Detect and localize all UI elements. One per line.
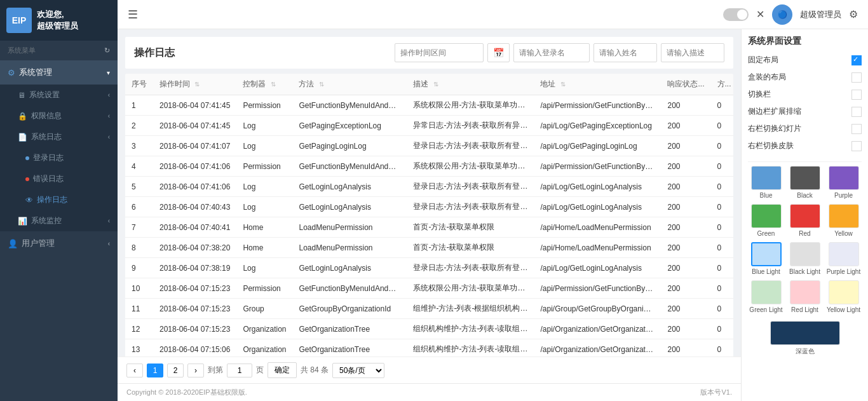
person-name-input[interactable]	[593, 43, 657, 62]
cell-desc: 首页-方法-获取菜单权限	[407, 217, 534, 238]
col-controller[interactable]: 控制器 ⇅	[236, 74, 292, 95]
setting-checkbox[interactable]	[851, 90, 862, 100]
cell-method: GetLoginLogAnalysis	[292, 177, 407, 197]
swatch-box	[790, 280, 820, 304]
cell-id: 6	[125, 197, 153, 217]
cell-controller: Organization	[236, 319, 292, 339]
cell-method: GetFunctionByMenuIdAndUserId	[292, 156, 407, 177]
submenu-label: 系统日志	[31, 132, 62, 142]
cell-id: 2	[125, 116, 153, 136]
col-method[interactable]: 方法 ⇅	[292, 74, 407, 95]
prev-page-button[interactable]: ‹	[126, 364, 143, 377]
sidebar-item-system-monitor[interactable]: 📊 系统监控 ‹	[0, 210, 118, 231]
setting-checkbox[interactable]	[851, 55, 862, 65]
sidebar-item-operation-log[interactable]: 👁 操作日志	[0, 189, 118, 210]
setting-label: 盒装的布局	[748, 72, 786, 83]
setting-checkbox[interactable]	[851, 141, 862, 151]
theme-green-light[interactable]: Green Light	[748, 280, 784, 313]
cell-method: GetFunctionByMenuIdAndUserId	[292, 278, 407, 299]
chevron-right-icon: ‹	[108, 240, 110, 247]
swatch-label: Blue Light	[752, 268, 780, 275]
sidebar-user-info: 欢迎您, 超级管理员	[37, 9, 78, 32]
theme-yellow[interactable]: Yellow	[825, 204, 862, 237]
theme-yellow-light[interactable]: Yellow Light	[825, 280, 862, 313]
sidebar-item-system-settings[interactable]: 🖥 系统设置 ‹	[0, 85, 118, 105]
cell-extra: 0	[711, 177, 734, 197]
theme-red[interactable]: Red	[787, 204, 823, 237]
theme-purple-light[interactable]: Purple Light	[825, 242, 862, 275]
cell-status: 200	[661, 319, 710, 339]
submenu-system: 🖥 系统设置 ‹ 🔒 权限信息 ‹ 📄 系统日志 ‹	[0, 85, 118, 231]
setting-checkbox[interactable]	[851, 107, 862, 117]
sidebar-item-system-management[interactable]: ⚙ 系统管理 ▾	[0, 60, 118, 85]
page-1-button[interactable]: 1	[147, 364, 163, 377]
setting-row: 右栏切换幻灯片	[748, 123, 862, 134]
settings-icon[interactable]: ⚙	[849, 8, 858, 20]
cell-method: GetLoginLogAnalysis	[292, 258, 407, 278]
sidebar-item-login-log[interactable]: 登录日志	[0, 147, 118, 168]
sidebar-header: EIP 欢迎您, 超级管理员	[0, 0, 118, 41]
file-icon: 📄	[18, 133, 27, 142]
sidebar-item-system-log[interactable]: 📄 系统日志 ‹	[0, 126, 118, 147]
setting-label: 右栏切换幻灯片	[748, 123, 801, 134]
toggle-switch[interactable]	[723, 8, 749, 21]
cell-status: 200	[661, 278, 710, 299]
cell-extra: 0	[711, 116, 734, 136]
sidebar-item-user-management[interactable]: 👤 用户管理 ‹	[0, 231, 118, 255]
next-page-button[interactable]: ›	[187, 364, 204, 377]
sidebar-item-permissions[interactable]: 🔒 权限信息 ‹	[0, 105, 118, 126]
cell-extra: 0	[711, 156, 734, 177]
theme-black-light[interactable]: Black Light	[787, 242, 823, 275]
cell-desc: 组织机构维护-方法-列表-读取组织...	[407, 319, 534, 339]
admin-name-label: 超级管理员	[800, 9, 841, 20]
cell-desc: 系统权限公用-方法-获取菜单功能...	[407, 95, 534, 116]
theme-black[interactable]: Black	[787, 166, 823, 199]
theme-blue[interactable]: Blue	[748, 166, 784, 199]
theme-green[interactable]: Green	[748, 204, 784, 237]
page-2-button[interactable]: 2	[167, 364, 184, 377]
cell-controller: Log	[236, 116, 292, 136]
hamburger-icon[interactable]: ☰	[128, 8, 138, 22]
swatch-label: Red Light	[791, 306, 818, 313]
calendar-button[interactable]: 📅	[487, 43, 510, 62]
footer: Copyright © 2018-2020EIP基础权限版. 版本号V1.	[118, 383, 741, 401]
close-icon[interactable]: ✕	[756, 8, 764, 20]
theme-deep-blue[interactable]: 深蓝色	[748, 321, 862, 356]
sub-sub-label: 登录日志	[33, 153, 64, 163]
cell-time: 2018-06-04 07:41:45	[153, 116, 236, 136]
cell-desc: 登录日志-方法-列表-获取所有登录...	[407, 177, 534, 197]
setting-row: 固定布局	[748, 55, 862, 65]
login-name-input[interactable]	[513, 43, 590, 62]
theme-blue-light[interactable]: Blue Light	[748, 242, 784, 275]
setting-row: 盒装的布局	[748, 72, 862, 83]
description-input[interactable]	[661, 43, 724, 62]
cell-extra: 0	[711, 339, 734, 357]
cell-controller: Log	[236, 136, 292, 156]
theme-purple[interactable]: Purple	[825, 166, 862, 199]
time-range-input[interactable]	[395, 43, 484, 62]
col-addr[interactable]: 地址 ⇅	[534, 74, 661, 95]
cell-desc: 组织机构维护-方法-列表-读取组织...	[407, 339, 534, 357]
page-goto-input[interactable]	[227, 364, 252, 377]
setting-checkbox[interactable]	[851, 124, 862, 134]
avatar[interactable]: 🔵	[772, 4, 792, 25]
swatch-box	[751, 242, 782, 266]
cell-status: 200	[661, 95, 710, 116]
page-size-select[interactable]: 50条/页 20条/页 100条/页	[332, 363, 384, 378]
col-time[interactable]: 操作时间 ⇅	[153, 74, 236, 95]
table-row: 4 2018-06-04 07:41:06 Permission GetFunc…	[125, 156, 733, 177]
cell-time: 2018-06-04 07:15:23	[153, 319, 236, 339]
chevron-left-icon: ‹	[108, 133, 110, 140]
cell-controller: Permission	[236, 95, 292, 116]
theme-red-light[interactable]: Red Light	[787, 280, 823, 313]
cell-extra: 0	[711, 258, 734, 278]
refresh-icon[interactable]: ↻	[104, 46, 110, 55]
sidebar-item-error-log[interactable]: 错误日志	[0, 168, 118, 189]
cell-time: 2018-06-04 07:15:23	[153, 278, 236, 299]
deep-blue-swatch	[770, 321, 840, 345]
confirm-button[interactable]: 确定	[268, 362, 297, 378]
setting-checkbox[interactable]	[851, 72, 862, 83]
cell-addr: /api/Group/GetGroupByOrganizatio...	[534, 299, 661, 319]
col-desc[interactable]: 描述 ⇅	[407, 74, 534, 95]
swatch-label: Red	[799, 230, 810, 237]
